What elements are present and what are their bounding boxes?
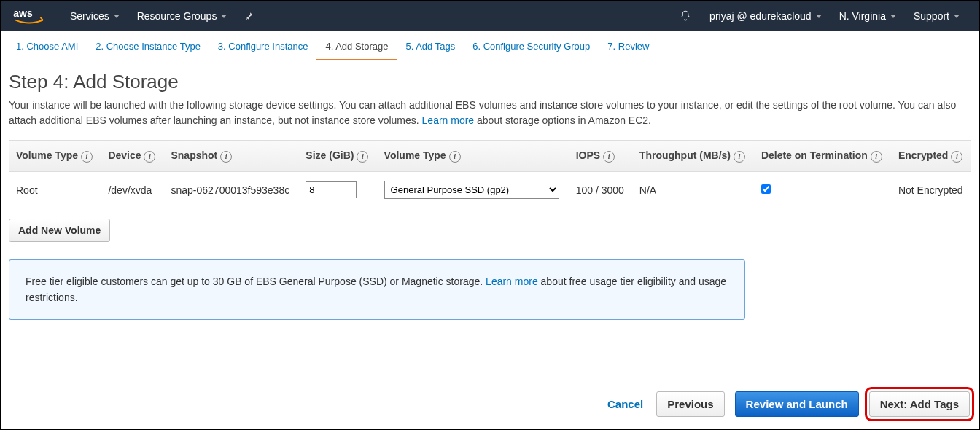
- nav-region[interactable]: N. Virginia: [831, 1, 905, 31]
- nav-account-label: priyaj @ edurekacloud: [709, 10, 812, 22]
- th-volume-type-b: Volume Type i: [377, 141, 569, 172]
- th-snapshot: Snapshot i: [163, 141, 298, 172]
- info-icon[interactable]: i: [144, 151, 155, 163]
- cell-volume-type-b: General Purpose SSD (gp2): [377, 172, 569, 208]
- step-configure-security-group[interactable]: 6. Configure Security Group: [464, 38, 599, 60]
- info-learn-more-link[interactable]: Learn more: [486, 275, 538, 287]
- wizard-steps: 1. Choose AMI 2. Choose Instance Type 3.…: [1, 31, 979, 60]
- learn-more-link[interactable]: Learn more: [422, 114, 475, 126]
- cell-throughput: N/A: [632, 172, 754, 208]
- step-label: 7. Review: [607, 41, 649, 52]
- info-icon[interactable]: i: [603, 151, 615, 163]
- aws-logo-icon: aws: [12, 7, 47, 27]
- free-tier-info-box: Free tier eligible customers can get up …: [9, 259, 745, 320]
- th-label: Volume Type: [16, 149, 78, 161]
- cell-iops: 100 / 3000: [569, 172, 632, 208]
- page-title: Step 4: Add Storage: [9, 71, 971, 93]
- add-new-volume-button[interactable]: Add New Volume: [9, 219, 110, 242]
- aws-logo[interactable]: aws: [12, 5, 47, 27]
- step-review[interactable]: 7. Review: [599, 38, 658, 60]
- info-icon[interactable]: i: [734, 151, 745, 163]
- nav-pin[interactable]: [236, 1, 263, 31]
- info-icon[interactable]: i: [449, 151, 461, 163]
- step-label: 1. Choose AMI: [16, 41, 78, 52]
- nav-resource-groups[interactable]: Resource Groups: [128, 1, 236, 31]
- cell-delete-on-termination: [754, 172, 891, 208]
- step-label: 3. Configure Instance: [218, 41, 308, 52]
- info-text-1: Free tier eligible customers can get up …: [26, 275, 486, 287]
- th-label: Size (GiB): [306, 149, 354, 161]
- caret-down-icon: [954, 15, 960, 18]
- storage-table: Volume Type i Device i Snapshot i Size (…: [9, 140, 971, 208]
- caret-down-icon: [816, 15, 822, 18]
- step-label: 4. Add Storage: [325, 41, 388, 52]
- th-label: IOPS: [576, 149, 600, 161]
- cancel-button[interactable]: Cancel: [604, 392, 646, 416]
- cell-size: [298, 172, 376, 208]
- intro-text: Your instance will be launched with the …: [9, 98, 971, 128]
- cell-snapshot: snap-062700013f593e38c: [163, 172, 298, 208]
- th-volume-type-a: Volume Type i: [9, 141, 101, 172]
- info-icon[interactable]: i: [871, 151, 882, 163]
- th-iops: IOPS i: [569, 141, 632, 172]
- step-choose-instance-type[interactable]: 2. Choose Instance Type: [87, 38, 209, 60]
- top-navbar: aws Services Resource Groups priyaj @ ed…: [1, 1, 979, 31]
- cell-volume-type-a: Root: [9, 172, 101, 208]
- size-input[interactable]: [306, 181, 357, 198]
- th-label: Throughput (MB/s): [639, 149, 731, 161]
- pin-icon: [244, 11, 254, 21]
- caret-down-icon: [114, 15, 120, 18]
- main-content: Step 4: Add Storage Your instance will b…: [1, 60, 979, 320]
- bell-icon: [679, 9, 692, 23]
- review-and-launch-button[interactable]: Review and Launch: [735, 391, 859, 417]
- nav-services-label: Services: [70, 10, 109, 22]
- th-label: Snapshot: [171, 149, 217, 161]
- volume-type-select[interactable]: General Purpose SSD (gp2): [384, 181, 559, 199]
- th-label: Encrypted: [898, 149, 948, 161]
- next-add-tags-button[interactable]: Next: Add Tags: [869, 391, 970, 417]
- nav-account[interactable]: priyaj @ edurekacloud: [701, 1, 831, 31]
- delete-on-termination-checkbox[interactable]: [761, 184, 771, 194]
- table-row: Root /dev/xvda snap-062700013f593e38c Ge…: [9, 172, 971, 208]
- nav-resource-groups-label: Resource Groups: [137, 10, 217, 22]
- nav-notifications[interactable]: [670, 1, 701, 31]
- step-label: 6. Configure Security Group: [472, 41, 590, 52]
- th-label: Device: [108, 149, 141, 161]
- previous-button[interactable]: Previous: [656, 391, 724, 417]
- step-label: 2. Choose Instance Type: [96, 41, 201, 52]
- th-label: Delete on Termination: [761, 149, 868, 161]
- step-configure-instance[interactable]: 3. Configure Instance: [209, 38, 317, 60]
- info-icon[interactable]: i: [220, 151, 232, 163]
- nav-support[interactable]: Support: [905, 1, 968, 31]
- caret-down-icon: [221, 15, 227, 18]
- cell-encrypted: Not Encrypted: [891, 172, 971, 208]
- nav-support-label: Support: [914, 10, 949, 22]
- th-throughput: Throughput (MB/s) i: [632, 141, 754, 172]
- step-add-storage[interactable]: 4. Add Storage: [316, 38, 397, 60]
- th-label: Volume Type: [384, 149, 446, 161]
- svg-text:aws: aws: [13, 7, 33, 19]
- nav-services[interactable]: Services: [61, 1, 128, 31]
- th-size: Size (GiB) i: [298, 141, 376, 172]
- cell-device: /dev/xvda: [101, 172, 163, 208]
- table-header-row: Volume Type i Device i Snapshot i Size (…: [9, 141, 971, 172]
- th-device: Device i: [101, 141, 163, 172]
- intro-part2: about storage options in Amazon EC2.: [477, 114, 651, 126]
- step-label: 5. Add Tags: [405, 41, 455, 52]
- info-icon[interactable]: i: [357, 151, 368, 163]
- caret-down-icon: [890, 15, 896, 18]
- th-encrypted: Encrypted i: [891, 141, 971, 172]
- footer-buttons: Cancel Previous Review and Launch Next: …: [604, 391, 970, 417]
- step-add-tags[interactable]: 5. Add Tags: [397, 38, 464, 60]
- th-delete-on-termination: Delete on Termination i: [754, 141, 891, 172]
- info-icon[interactable]: i: [81, 151, 93, 163]
- nav-region-label: N. Virginia: [839, 10, 886, 22]
- info-icon[interactable]: i: [951, 151, 962, 163]
- step-choose-ami[interactable]: 1. Choose AMI: [7, 38, 87, 60]
